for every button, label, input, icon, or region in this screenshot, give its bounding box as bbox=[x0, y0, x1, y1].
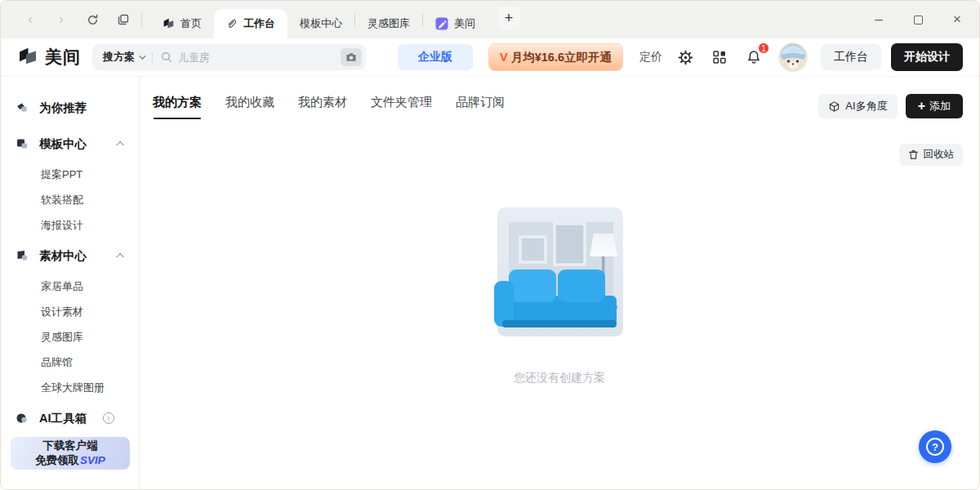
avatar-image bbox=[778, 42, 808, 72]
sidebar-item-inspiration-gallery[interactable]: 灵感图库 bbox=[1, 324, 139, 350]
refresh-icon bbox=[87, 14, 99, 26]
maximize-button[interactable] bbox=[911, 12, 925, 27]
notifications-button[interactable]: 1 bbox=[742, 46, 765, 69]
image-search-button[interactable] bbox=[341, 48, 362, 66]
sidebar-item-soft-furnishing[interactable]: 软装搭配 bbox=[1, 187, 139, 212]
tab-meijian-app[interactable]: 美间 bbox=[423, 9, 488, 38]
meijian-logo-icon bbox=[17, 47, 38, 68]
sidebar-item-ai-toolbox[interactable]: AI工具箱 i bbox=[1, 400, 139, 436]
pen-app-icon bbox=[435, 17, 448, 30]
empty-state-text: 您还没有创建方案 bbox=[514, 371, 605, 385]
paperclip-icon bbox=[226, 18, 238, 29]
new-tab-button[interactable]: + bbox=[497, 7, 520, 29]
minimize-button[interactable]: – bbox=[871, 12, 886, 27]
search-category-label: 搜方案 bbox=[103, 50, 135, 65]
app-window: ‹ › 首页 bbox=[0, 0, 980, 490]
tab-inspiration-gallery[interactable]: 灵感图库 bbox=[355, 9, 422, 38]
add-label: 添加 bbox=[929, 99, 951, 114]
question-icon: ? bbox=[926, 438, 944, 456]
apps-grid-icon bbox=[712, 50, 727, 65]
sidebar-item-template-center[interactable]: 模板中心 bbox=[1, 126, 139, 162]
search-icon bbox=[161, 51, 172, 63]
workspace-actions: AI多角度 + 添加 bbox=[818, 94, 963, 118]
tabstrip-divider bbox=[141, 12, 142, 27]
tab-my-materials[interactable]: 我的素材 bbox=[298, 95, 347, 119]
workspace-button[interactable]: 工作台 bbox=[821, 44, 881, 70]
sidebar-item-furniture-items[interactable]: 家居单品 bbox=[1, 274, 139, 299]
sidebar-item-label: AI工具箱 bbox=[39, 411, 87, 426]
sidebar-item-poster-design[interactable]: 海报设计 bbox=[1, 212, 139, 238]
material-center-icon bbox=[16, 249, 29, 262]
logo-text: 美间 bbox=[45, 46, 81, 69]
sidebar-item-label: 模板中心 bbox=[39, 136, 87, 152]
content-area: 为你推荐 模板中心 提案PPT 软装搭配 海报设计 素材中心 bbox=[1, 77, 979, 490]
ai-multi-angle-button[interactable]: AI多角度 bbox=[818, 94, 897, 118]
tab-workspace[interactable]: 工作台 bbox=[214, 9, 287, 38]
gear-icon bbox=[678, 50, 693, 65]
pricing-link[interactable]: 定价 bbox=[639, 50, 662, 65]
sidebar: 为你推荐 模板中心 提案PPT 软装搭配 海报设计 素材中心 bbox=[1, 77, 140, 490]
chevron-down-icon bbox=[139, 52, 145, 59]
promo-subscribe-button[interactable]: V 月均¥16.6立即开通 bbox=[488, 43, 623, 71]
back-button[interactable]: ‹ bbox=[20, 10, 40, 29]
meijian-logo-icon bbox=[163, 18, 175, 30]
user-avatar[interactable] bbox=[778, 42, 808, 72]
download-client-banner[interactable]: 下载客户端 免费领取SVIP bbox=[11, 437, 130, 470]
search-input[interactable] bbox=[178, 51, 341, 64]
recycle-bin-label: 回收站 bbox=[924, 148, 955, 162]
svip-highlight: SVIP bbox=[80, 454, 105, 466]
close-button[interactable]: × bbox=[950, 12, 964, 27]
tab-label: 灵感图库 bbox=[368, 16, 410, 31]
add-button[interactable]: + 添加 bbox=[906, 94, 963, 118]
enterprise-button[interactable]: 企业版 bbox=[398, 44, 473, 70]
ai-toolbox-icon bbox=[16, 412, 29, 425]
tab-template-center[interactable]: 模板中心 bbox=[287, 9, 354, 38]
empty-room-illustration bbox=[489, 201, 630, 350]
recommend-icon bbox=[16, 101, 29, 114]
sidebar-item-global-brand-catalog[interactable]: 全球大牌图册 bbox=[1, 375, 139, 400]
sidebar-item-label: 为你推荐 bbox=[39, 100, 87, 116]
recycle-row: 回收站 bbox=[153, 144, 963, 166]
chevron-up-icon bbox=[116, 140, 124, 149]
tab-my-favorites[interactable]: 我的收藏 bbox=[225, 95, 274, 119]
tab-label: 美间 bbox=[454, 16, 475, 31]
apps-grid-button[interactable] bbox=[708, 46, 731, 69]
notification-badge: 1 bbox=[758, 42, 769, 54]
sidebar-item-label: 素材中心 bbox=[39, 248, 87, 264]
app-header: 美间 搜方案 企业版 V 月均¥16.6立即开通 bbox=[1, 38, 979, 77]
tab-label: 模板中心 bbox=[300, 16, 342, 31]
help-button[interactable]: ? bbox=[919, 430, 951, 463]
duplicate-icon bbox=[118, 14, 129, 25]
tab-my-plans[interactable]: 我的方案 bbox=[153, 95, 202, 119]
recycle-bin-button[interactable]: 回收站 bbox=[899, 144, 964, 166]
main-panel: 我的方案 我的收藏 我的素材 文件夹管理 品牌订阅 AI多角度 + 添 bbox=[140, 77, 979, 490]
sidebar-item-proposal-ppt[interactable]: 提案PPT bbox=[1, 162, 139, 187]
refresh-button[interactable] bbox=[82, 10, 102, 29]
app-logo[interactable]: 美间 bbox=[17, 46, 81, 69]
multi-angle-cube-icon bbox=[828, 100, 840, 113]
sidebar-item-brand-hall[interactable]: 品牌馆 bbox=[1, 350, 139, 375]
forward-button[interactable]: › bbox=[51, 10, 71, 29]
banner-line2: 免费领取SVIP bbox=[35, 453, 105, 468]
sidebar-item-material-center[interactable]: 素材中心 bbox=[1, 238, 139, 274]
tab-folder-management[interactable]: 文件夹管理 bbox=[371, 95, 432, 119]
search-category-selector[interactable]: 搜方案 bbox=[103, 50, 144, 65]
banner-line2-prefix: 免费领取 bbox=[35, 454, 79, 466]
browser-nav-buttons: ‹ › bbox=[20, 1, 133, 38]
window-controls: – × bbox=[871, 1, 964, 38]
browser-tabstrip: ‹ › 首页 bbox=[1, 1, 979, 38]
trash-icon bbox=[908, 149, 919, 160]
search-divider bbox=[152, 51, 153, 63]
tab-label: 首页 bbox=[180, 16, 202, 31]
tab-label: 工作台 bbox=[243, 16, 275, 31]
start-design-button[interactable]: 开始设计 bbox=[891, 43, 963, 71]
banner-line1: 下载客户端 bbox=[42, 439, 98, 453]
duplicate-tab-button[interactable] bbox=[114, 10, 133, 29]
tab-home[interactable]: 首页 bbox=[150, 9, 214, 38]
sidebar-item-design-materials[interactable]: 设计素材 bbox=[1, 299, 139, 324]
sidebar-item-recommended[interactable]: 为你推荐 bbox=[1, 90, 139, 126]
info-icon: i bbox=[103, 412, 114, 424]
settings-button[interactable] bbox=[674, 46, 697, 69]
plus-icon: + bbox=[918, 99, 925, 114]
tab-brand-subscription[interactable]: 品牌订阅 bbox=[456, 95, 505, 119]
